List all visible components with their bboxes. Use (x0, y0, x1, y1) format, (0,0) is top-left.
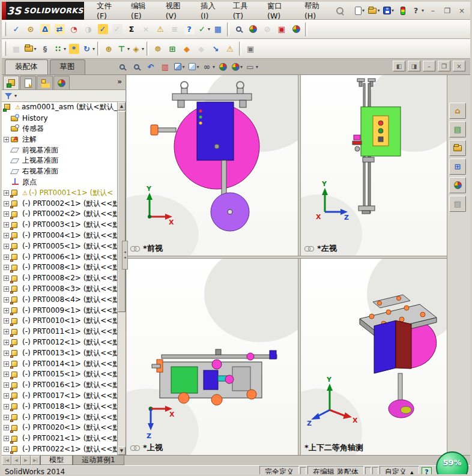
help-icon[interactable]: ?▾ (410, 4, 425, 18)
save-icon[interactable]: ▾ (381, 4, 396, 18)
panel-tabs-overflow[interactable]: » (117, 77, 122, 86)
scroll-first-button[interactable]: |◀ (2, 456, 11, 465)
tree-item[interactable]: ⚠ History (2, 113, 117, 124)
expand-icon[interactable] (4, 190, 9, 196)
file-explorer-icon[interactable] (449, 140, 466, 156)
tree-item[interactable]: ⚠ (-) PRT0013<1> (默认<<默 (2, 348, 117, 358)
toolbar-icon[interactable]: ▾ (227, 22, 229, 37)
new-motion-study-icon[interactable]: ☸▾ (151, 41, 165, 56)
insert-from-file-icon[interactable]: ▾ (23, 41, 38, 56)
dropdown-arrow-icon[interactable]: ▾ (64, 46, 66, 52)
expand-icon[interactable] (4, 244, 9, 249)
home-icon[interactable]: ⌂ (449, 103, 466, 119)
compare-documents-icon[interactable]: ▣▾ (274, 22, 289, 37)
dropdown-arrow-icon[interactable]: ▾ (362, 8, 365, 13)
doc-restore-button[interactable]: ❐ (438, 61, 450, 71)
expand-icon[interactable] (4, 447, 9, 452)
tree-item[interactable]: ⚠ (-) PRT0011<1> (默认<<默 (2, 327, 117, 337)
expand-icon[interactable] (4, 382, 9, 388)
expand-icon[interactable] (4, 255, 9, 260)
apply-scene-icon[interactable]: ▾ (230, 59, 244, 74)
magnified-selection-icon[interactable]: ▾ (231, 22, 246, 37)
smart-fasteners-icon[interactable]: *▾ (67, 41, 81, 56)
design-table-icon[interactable]: ▦▾ (211, 22, 225, 37)
filter-dropdown-icon[interactable]: ▾ (14, 93, 17, 98)
dropdown-arrow-icon[interactable]: ▾ (392, 8, 394, 13)
move-component-icon[interactable]: ↻▾ (81, 41, 95, 56)
bill-of-materials-icon[interactable]: ⊞▾ (165, 41, 180, 56)
tab-sketch[interactable]: 草图 (50, 59, 85, 74)
design-library-icon[interactable]: ▤ (449, 121, 466, 137)
align-icon[interactable]: ≡▾ (168, 22, 182, 37)
tab-configurationmanager[interactable] (37, 76, 53, 89)
scroll-next-button[interactable]: ▶ (21, 456, 31, 465)
viewport-splitter-vertical[interactable] (298, 75, 301, 455)
scroll-up-button[interactable]: ▲ (118, 102, 126, 110)
tab-motion-study[interactable]: 运动算例1 (73, 456, 124, 465)
tree-item[interactable]: ⚠ (-) PRT0006<1> (默认<<默 (2, 252, 117, 262)
menu-view[interactable]: 视图(V) (160, 0, 195, 23)
menu-help[interactable]: 帮助(H) (299, 0, 334, 23)
dropdown-arrow-icon[interactable]: ▾ (182, 64, 184, 70)
quick-tips-help-icon[interactable]: ? (422, 467, 432, 476)
expand-icon[interactable] (4, 286, 9, 292)
route-icon[interactable]: ×▾ (139, 22, 153, 37)
reorder-icon[interactable]: ◑▾ (81, 22, 95, 37)
dropdown-arrow-icon[interactable]: ▾ (196, 64, 199, 70)
copy-with-help-icon[interactable]: ?▾ (182, 22, 196, 37)
dropdown-arrow-icon[interactable]: ▾ (256, 64, 258, 70)
menu-window[interactable]: 窗口(W) (262, 0, 299, 23)
menu-edit[interactable]: 编辑(E) (126, 0, 160, 23)
scroll-last-button[interactable]: ▶| (31, 456, 40, 465)
tree-item[interactable]: ⚠ 上视基准面 (2, 155, 117, 166)
search-icon[interactable] (336, 7, 344, 15)
tree-item[interactable]: ⚠ (-) PRT0022<1> (默认<<默 (2, 444, 117, 455)
explode-line-sketch-icon[interactable]: ◆▾ (194, 41, 208, 56)
viewport-left[interactable]: Y Z X *左视 (301, 75, 447, 256)
tree-item[interactable]: ⚠ (-) PRT0008<4> (默认<<默 (2, 294, 117, 305)
viewport-isometric[interactable]: Y X Z *上下二等角轴测 (301, 259, 447, 455)
pane-left-icon[interactable]: ◧ (393, 61, 405, 71)
tree-item[interactable]: ⚠ (-) PRT0004<1> (默认<<默 (2, 230, 117, 241)
dropdown-arrow-icon[interactable]: ▾ (422, 8, 424, 13)
view-palette-icon[interactable]: ⊞ (449, 158, 466, 175)
expand-icon[interactable] (4, 308, 9, 313)
expand-icon[interactable] (4, 265, 9, 270)
doc-minimize-button[interactable]: – (423, 61, 435, 71)
tree-item[interactable]: ⚠ 注解 (2, 134, 117, 145)
expand-icon[interactable] (4, 372, 9, 377)
tree-item[interactable]: ⚠ (-) PRT0014<1> (默认<<默 (2, 358, 117, 369)
interference-detection-icon[interactable]: ↘▾ (208, 41, 223, 56)
traffic-light-icon[interactable]: ▾ (396, 4, 410, 18)
toolbar-icon[interactable]: ▾ (239, 41, 241, 56)
tree-item[interactable]: ⚠ (-) PRT0021<1> (默认<<默 (2, 433, 117, 444)
tree-item[interactable]: ⚠ (-) PRT0019<1> (默认<<默 (2, 412, 117, 423)
expand-icon[interactable] (4, 318, 9, 324)
mate-icon[interactable]: §▾ (38, 41, 52, 56)
view-settings-icon[interactable]: ▭▾ (244, 59, 259, 74)
custom-properties-icon[interactable]: ▤ (449, 196, 466, 212)
selection-filter-icon[interactable]: ✓▾ (95, 22, 110, 37)
previous-view-icon[interactable]: ↶▾ (144, 59, 158, 74)
status-custom[interactable]: 自定义▲ (380, 466, 419, 476)
tree-item[interactable]: ⚠ (-) PRT0020<1> (默认<<默 (2, 423, 117, 433)
expand-icon[interactable] (4, 351, 9, 356)
scroll-prev-button[interactable]: ◀ (11, 456, 21, 465)
menu-insert[interactable]: 插入(I) (195, 0, 228, 23)
dropdown-arrow-icon[interactable]: ▾ (240, 64, 243, 70)
pane-right-icon[interactable]: ◨ (408, 61, 420, 71)
expand-icon[interactable] (4, 436, 9, 441)
tree-item[interactable]: ⚠ 传感器 (2, 124, 117, 134)
expand-icon[interactable] (4, 340, 9, 345)
expand-icon[interactable] (4, 425, 9, 430)
section-view-icon[interactable]: ▥▾ (158, 59, 172, 74)
toolbar-icon[interactable]: ▾ (305, 22, 307, 37)
rainbow-rings-icon[interactable]: ▾ (246, 22, 260, 37)
tree-item[interactable]: ⚠ (-) PRT0018<1> (默认<<默 (2, 401, 117, 412)
dropdown-arrow-icon[interactable]: ▾ (213, 64, 215, 70)
tree-item[interactable]: ⚠ 前视基准面 (2, 145, 117, 155)
tree-item[interactable]: ⚠ 原点 (2, 177, 117, 188)
tree-item[interactable]: ⚠ (-) PRT0008<2> (默认<<默 (2, 273, 117, 284)
tab-featuremanager[interactable] (3, 76, 19, 89)
expand-icon[interactable] (4, 276, 9, 281)
